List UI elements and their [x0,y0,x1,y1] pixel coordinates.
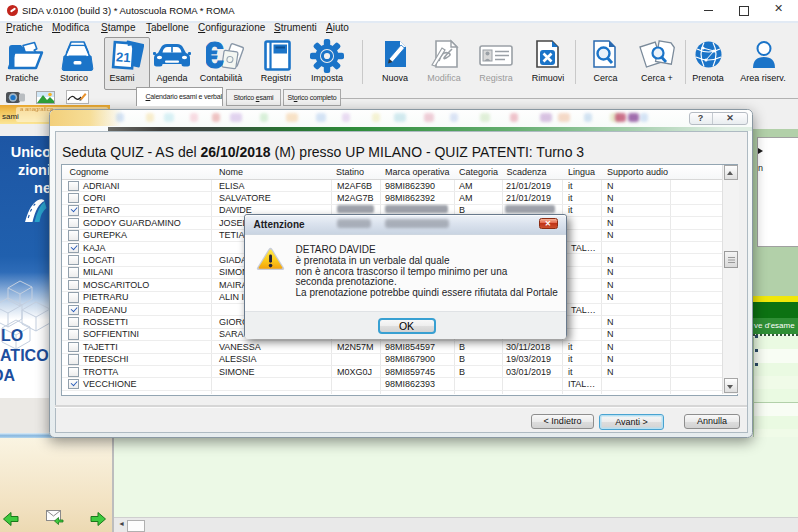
svg-text:21: 21 [116,49,131,65]
svg-text:€: € [206,39,224,73]
